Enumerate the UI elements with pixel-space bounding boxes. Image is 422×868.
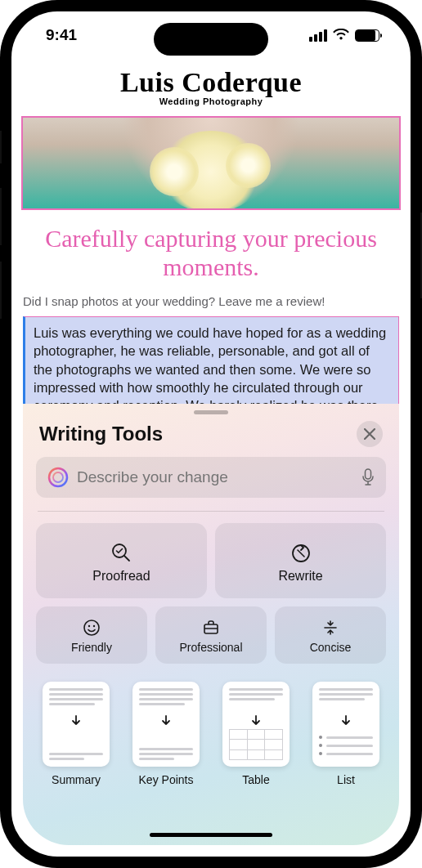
sheet-grabber[interactable] [194,410,228,414]
key-points-button[interactable]: Key Points [129,682,203,786]
rewrite-label: Rewrite [278,569,322,584]
concise-label: Concise [310,641,352,654]
dynamic-island [154,23,268,56]
apple-intelligence-icon [47,467,69,488]
describe-change-input[interactable] [77,468,353,486]
smile-icon [82,618,101,638]
concise-button[interactable]: Concise [275,606,386,664]
svg-point-1 [53,472,63,482]
table-button[interactable]: Table [219,682,293,786]
friendly-button[interactable]: Friendly [36,606,147,664]
close-button[interactable] [357,421,383,447]
svg-point-5 [84,620,99,635]
rewrite-button[interactable]: Rewrite [215,523,386,598]
divider [38,511,384,512]
arrow-down-icon [339,714,352,727]
arrow-down-icon [249,714,263,727]
svg-point-7 [93,625,95,627]
svg-point-6 [88,625,90,627]
cellular-signal-icon [309,29,327,42]
brand-name: Luis Coderque [11,67,411,98]
brand-header: Luis Coderque Wedding Photography [11,59,411,110]
key-points-label: Key Points [139,773,194,786]
wifi-icon [333,29,349,42]
proofread-button[interactable]: Proofread [36,523,207,598]
list-label: List [337,773,355,786]
list-button[interactable]: List [309,682,383,786]
briefcase-icon [201,618,221,638]
page-headline: Carefully capturing your precious moment… [11,210,411,291]
review-prompt: Did I snap photos at your wedding? Leave… [11,291,411,316]
arrow-down-icon [159,714,173,727]
professional-label: Professional [179,641,242,654]
status-time: 9:41 [46,26,77,44]
hero-image [21,116,401,210]
professional-button[interactable]: Professional [155,606,267,664]
summary-label: Summary [52,773,101,786]
battery-icon [355,29,379,42]
svg-point-0 [49,468,67,486]
rewrite-icon [289,541,313,566]
collapse-icon [321,618,340,638]
table-label: Table [242,773,269,786]
writing-tools-sheet: Writing Tools [23,404,399,845]
magnifying-glass-check-icon [110,541,134,566]
svg-rect-2 [366,469,371,479]
arrow-down-icon [70,714,83,727]
proofread-label: Proofread [92,569,150,584]
sheet-title: Writing Tools [39,423,163,445]
microphone-icon[interactable] [361,468,375,486]
close-icon [364,428,375,440]
home-indicator[interactable] [150,833,272,837]
friendly-label: Friendly [71,641,112,654]
describe-change-field[interactable] [36,457,386,498]
brand-subtitle: Wedding Photography [11,96,411,106]
summary-button[interactable]: Summary [39,682,113,786]
